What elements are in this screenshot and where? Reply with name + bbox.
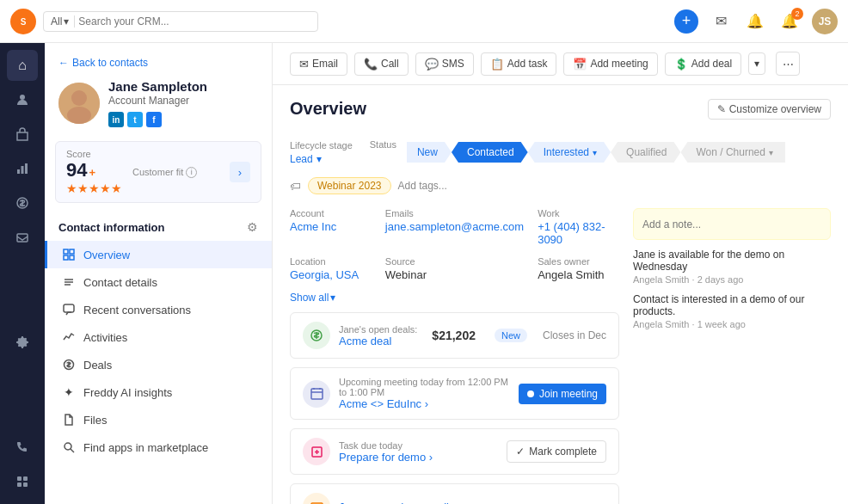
back-to-contacts-link[interactable]: ← Back to contacts	[58, 57, 258, 69]
svg-rect-5	[22, 166, 24, 174]
notification-bell-btn[interactable]: 🔔	[743, 9, 767, 34]
nav-item-marketplace[interactable]: Find apps in marketplace	[45, 433, 272, 461]
linkedin-icon[interactable]: in	[108, 112, 124, 127]
settings-gear-icon[interactable]: ⚙	[247, 220, 258, 234]
webinar-tag[interactable]: Webinar 2023	[308, 177, 391, 194]
contact-sidebar: ← Back to contacts Jane Sampleton Accoun…	[45, 43, 273, 504]
nav-item-contact-details[interactable]: Contact details	[45, 268, 272, 296]
svg-rect-28	[311, 389, 323, 399]
sidebar-icon-grid[interactable]	[7, 466, 38, 497]
task-sub-label: Task due today	[339, 440, 498, 451]
add-deal-dropdown-btn[interactable]: ▾	[748, 52, 765, 75]
lifecycle-row: Lifecycle stage Lead ▾ Status New Contac…	[290, 139, 831, 165]
add-deal-icon: 💲	[674, 58, 688, 71]
sidebar-icon-contacts[interactable]	[7, 84, 38, 115]
svg-line-26	[71, 449, 74, 452]
add-meeting-icon: 📅	[573, 58, 587, 71]
email-button[interactable]: ✉ Email	[290, 52, 347, 76]
mark-complete-btn[interactable]: ✓ Mark complete	[507, 440, 606, 463]
pipeline-step-qualified[interactable]: Qualified	[611, 142, 680, 163]
more-actions-btn[interactable]: ⋯	[776, 52, 800, 76]
pipeline-step-won-churned[interactable]: Won / Churned ▾	[680, 142, 785, 163]
sidebar-icon-reports[interactable]	[7, 153, 38, 184]
sidebar-icon-deals[interactable]	[7, 187, 38, 218]
note-item-2: Contact is interested in a demo of our p…	[633, 293, 831, 329]
info-icon: i	[186, 167, 197, 178]
emails-label: Emails	[385, 208, 524, 218]
work-value[interactable]: +1 (404) 832-3090	[538, 220, 619, 246]
show-all-btn[interactable]: Show all ▾	[290, 292, 619, 304]
facebook-icon[interactable]: f	[146, 112, 162, 127]
files-icon	[61, 412, 77, 427]
social-icons: in t f	[108, 112, 207, 127]
pipeline-step-interested[interactable]: Interested ▾	[528, 142, 611, 163]
twitter-icon[interactable]: t	[127, 112, 143, 127]
pipeline-step-new[interactable]: New	[407, 142, 452, 163]
meeting-card: Upcoming meeting today from 12:00 PM to …	[290, 367, 619, 420]
email-activity-name[interactable]: Jane opened an email ›	[339, 501, 456, 505]
nav-recent-conversations-label: Recent conversations	[83, 304, 191, 317]
task-info: Task due today Prepare for demo ›	[339, 440, 498, 464]
sidebar-icon-phone[interactable]	[7, 432, 38, 463]
call-button[interactable]: 📞 Call	[354, 52, 409, 76]
contact-details-icon	[61, 274, 77, 290]
alerts-btn[interactable]: 🔔 2	[777, 9, 802, 34]
account-value[interactable]: Acme Inc	[290, 220, 372, 233]
sidebar-icon-home[interactable]: ⌂	[7, 50, 38, 81]
svg-rect-9	[17, 476, 22, 481]
score-expand-btn[interactable]: ›	[230, 162, 250, 182]
deal-name[interactable]: Acme deal	[339, 335, 423, 347]
sidebar-icon-inbox[interactable]	[7, 222, 38, 253]
add-task-button[interactable]: 📋 Add task	[481, 52, 557, 76]
score-label: Score	[66, 149, 122, 159]
svg-point-25	[65, 443, 71, 450]
nav-item-files[interactable]: Files	[45, 406, 272, 433]
svg-rect-23	[64, 304, 74, 312]
nav-item-recent-conversations[interactable]: Recent conversations	[45, 296, 272, 323]
top-nav: S All ▾ + ✉ 🔔 🔔 2 JS	[0, 0, 848, 43]
nav-item-deals[interactable]: Deals	[45, 351, 272, 378]
search-input[interactable]	[78, 15, 310, 28]
svg-rect-10	[23, 476, 28, 481]
user-avatar[interactable]: JS	[812, 9, 838, 34]
contact-avatar	[58, 83, 100, 124]
info-grid: Account Acme Inc Emails jane.sampleton@a…	[290, 208, 619, 281]
score-card: Score 94 + ★★★★★ Customer fit i ›	[55, 141, 261, 203]
overview-content-row: Account Acme Inc Emails jane.sampleton@a…	[290, 208, 831, 504]
note-input[interactable]	[642, 218, 821, 230]
customize-overview-btn[interactable]: ✎ Customize overview	[708, 99, 831, 120]
sidebar-icon-settings[interactable]	[7, 327, 38, 358]
meeting-name[interactable]: Acme <> EduInc ›	[339, 397, 510, 410]
location-label: Location	[290, 256, 372, 267]
customer-fit-label: Customer fit i	[132, 167, 197, 178]
sms-button[interactable]: 💬 SMS	[415, 52, 474, 76]
pipeline-step-contacted[interactable]: Contacted	[452, 142, 528, 163]
lifecycle-stage-label: Lifecycle stage	[290, 140, 353, 151]
location-value[interactable]: Georgia, USA	[290, 268, 372, 281]
add-button[interactable]: +	[674, 9, 698, 34]
note-text-2: Contact is interested in a demo of our p…	[633, 293, 831, 317]
nav-item-freddy-ai[interactable]: ✦ Freddy AI insights	[45, 378, 272, 406]
won-churned-chevron-icon: ▾	[769, 148, 773, 157]
contact-info-title: Contact information	[58, 221, 165, 234]
sidebar-icon-accounts[interactable]	[7, 119, 38, 150]
deal-amount: $21,202	[432, 329, 476, 342]
meeting-info: Upcoming meeting today from 12:00 PM to …	[339, 377, 510, 410]
nav-item-overview[interactable]: Overview	[45, 241, 272, 268]
add-tags-btn[interactable]: Add tags...	[398, 180, 447, 192]
deal-status-badge: New	[495, 329, 527, 342]
app-logo[interactable]: S	[10, 9, 36, 34]
nav-item-activities[interactable]: Activities	[45, 323, 272, 351]
email-icon-btn[interactable]: ✉	[709, 9, 733, 34]
source-label: Source	[385, 256, 524, 267]
contact-name: Jane Sampleton	[108, 79, 207, 94]
lifecycle-stage-value[interactable]: Lead ▾	[290, 153, 353, 165]
freddy-ai-icon: ✦	[61, 384, 77, 400]
join-meeting-btn[interactable]: Join meeting	[519, 384, 606, 404]
add-meeting-button[interactable]: 📅 Add meeting	[563, 52, 657, 76]
task-name[interactable]: Prepare for demo ›	[339, 451, 498, 464]
email-value[interactable]: jane.sampleton@acme.com	[385, 220, 524, 233]
svg-rect-6	[25, 163, 28, 174]
add-deal-button[interactable]: 💲 Add deal	[665, 52, 741, 76]
search-filter-dropdown[interactable]: All ▾	[51, 15, 75, 28]
